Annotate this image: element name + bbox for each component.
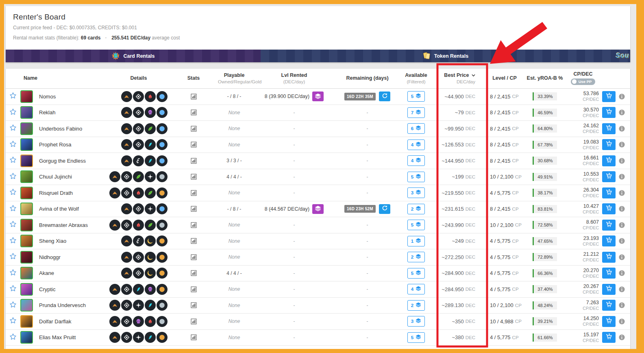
- rent-cart-button[interactable]: [602, 300, 616, 311]
- available-listings-button[interactable]: 2: [407, 204, 425, 214]
- rent-cart-button[interactable]: [602, 187, 616, 198]
- available-listings-button[interactable]: 6: [407, 123, 425, 134]
- available-listings-button[interactable]: 4: [407, 155, 425, 166]
- card-thumbnail[interactable]: [20, 235, 33, 247]
- card-thumbnail[interactable]: [20, 219, 33, 231]
- available-listings-button[interactable]: 4: [407, 139, 425, 150]
- available-listings-button[interactable]: 5: [407, 91, 425, 102]
- rent-cart-button[interactable]: [602, 123, 616, 134]
- info-icon[interactable]: [618, 141, 625, 148]
- available-listings-button[interactable]: 3: [407, 316, 425, 327]
- available-listings-button[interactable]: 7: [407, 107, 425, 118]
- favorite-star-button[interactable]: [6, 301, 20, 310]
- col-header-details[interactable]: Details: [108, 75, 169, 82]
- card-name[interactable]: Cryptic: [39, 286, 108, 292]
- card-name[interactable]: Brewmaster Abraxas: [39, 222, 108, 228]
- card-name[interactable]: Akane: [39, 270, 108, 276]
- card-thumbnail[interactable]: [20, 283, 33, 296]
- card-stats-icon[interactable]: [190, 318, 197, 325]
- favorite-star-button[interactable]: [6, 333, 20, 342]
- card-name[interactable]: Avina of the Wolf: [39, 206, 108, 212]
- tab-token-rentals[interactable]: Token Rentals Sou: [261, 50, 630, 62]
- favorite-star-button[interactable]: [6, 156, 20, 165]
- card-thumbnail[interactable]: [20, 251, 33, 264]
- rented-layers-button[interactable]: [312, 204, 324, 214]
- card-stats-icon[interactable]: [190, 222, 197, 229]
- card-stats-icon[interactable]: [190, 302, 197, 309]
- card-thumbnail[interactable]: [20, 138, 33, 151]
- refresh-rental-button[interactable]: [379, 92, 390, 101]
- available-listings-button[interactable]: 5: [407, 172, 425, 182]
- rent-cart-button[interactable]: [602, 203, 616, 214]
- available-listings-button[interactable]: 2: [407, 300, 425, 311]
- card-thumbnail[interactable]: [20, 315, 33, 328]
- col-header-yroa[interactable]: Est. yROA-B %: [522, 75, 567, 82]
- info-icon[interactable]: [618, 302, 625, 309]
- rent-cart-button[interactable]: [602, 155, 616, 166]
- favorite-star-button[interactable]: [6, 220, 20, 229]
- favorite-star-button[interactable]: [6, 124, 20, 133]
- info-icon[interactable]: [618, 222, 625, 229]
- col-header-available[interactable]: Available (Filtered): [397, 72, 435, 85]
- col-header-name[interactable]: Name: [6, 75, 108, 82]
- info-icon[interactable]: [618, 318, 625, 325]
- card-thumbnail[interactable]: [20, 155, 33, 167]
- favorite-star-button[interactable]: [6, 172, 20, 181]
- rent-cart-button[interactable]: [602, 171, 616, 182]
- col-header-stats[interactable]: Stats: [169, 75, 218, 82]
- rent-cart-button[interactable]: [602, 332, 616, 343]
- available-listings-button[interactable]: 5: [407, 220, 425, 230]
- card-thumbnail[interactable]: [20, 106, 33, 119]
- card-stats-icon[interactable]: [190, 270, 197, 277]
- card-thumbnail[interactable]: [20, 299, 33, 312]
- card-thumbnail[interactable]: [20, 170, 33, 183]
- info-icon[interactable]: [618, 270, 625, 277]
- card-name[interactable]: Reklah: [39, 109, 108, 115]
- info-icon[interactable]: [618, 125, 625, 132]
- info-icon[interactable]: [618, 93, 625, 100]
- col-header-cpdec-label[interactable]: CP/DEC: [567, 71, 599, 78]
- info-icon[interactable]: [618, 205, 625, 212]
- card-name[interactable]: Gorgug the Endless: [39, 158, 108, 164]
- card-thumbnail[interactable]: [20, 90, 33, 103]
- card-stats-icon[interactable]: [190, 109, 197, 116]
- info-icon[interactable]: [618, 109, 625, 116]
- card-stats-icon[interactable]: [190, 286, 197, 293]
- card-name[interactable]: Prunda Undervesch: [39, 302, 108, 308]
- favorite-star-button[interactable]: [6, 188, 20, 197]
- card-name[interactable]: Prophet Rosa: [39, 142, 108, 148]
- card-stats-icon[interactable]: [190, 173, 197, 180]
- rented-layers-button[interactable]: [312, 92, 324, 101]
- card-thumbnail[interactable]: [20, 187, 33, 199]
- rent-cart-button[interactable]: [602, 220, 616, 231]
- card-thumbnail[interactable]: [20, 267, 33, 279]
- info-icon[interactable]: [618, 157, 625, 164]
- col-header-playable[interactable]: Playable Owned/Regular/Gold: [218, 72, 250, 85]
- card-name[interactable]: Nomos: [39, 94, 108, 100]
- col-header-remaining[interactable]: Remaining (days): [338, 75, 397, 82]
- card-stats-icon[interactable]: [190, 190, 197, 196]
- card-stats-icon[interactable]: [190, 334, 197, 341]
- rent-cart-button[interactable]: [602, 235, 616, 246]
- favorite-star-button[interactable]: [6, 285, 20, 294]
- available-listings-button[interactable]: 5: [407, 268, 425, 279]
- rent-cart-button[interactable]: [602, 139, 616, 150]
- rent-cart-button[interactable]: [602, 268, 616, 279]
- info-icon[interactable]: [618, 238, 625, 244]
- card-name[interactable]: Nidhoggr: [39, 254, 108, 260]
- info-icon[interactable]: [618, 190, 625, 196]
- favorite-star-button[interactable]: [6, 108, 20, 117]
- rent-cart-button[interactable]: [602, 107, 616, 118]
- refresh-rental-button[interactable]: [379, 204, 390, 214]
- available-listings-button[interactable]: 2: [407, 252, 425, 262]
- info-icon[interactable]: [618, 173, 625, 180]
- soulkeep-logo[interactable]: Sou: [616, 52, 629, 59]
- rent-cart-button[interactable]: [602, 252, 616, 263]
- rent-cart-button[interactable]: [602, 316, 616, 327]
- tab-card-rentals[interactable]: Card Rentals: [6, 50, 261, 62]
- card-name[interactable]: Elias Max Pruitt: [39, 334, 108, 340]
- card-name[interactable]: Chuul Jujinchi: [39, 174, 108, 180]
- card-stats-icon[interactable]: [190, 157, 197, 164]
- card-stats-icon[interactable]: [190, 254, 197, 261]
- use-pp-toggle[interactable]: Use PP: [571, 78, 596, 85]
